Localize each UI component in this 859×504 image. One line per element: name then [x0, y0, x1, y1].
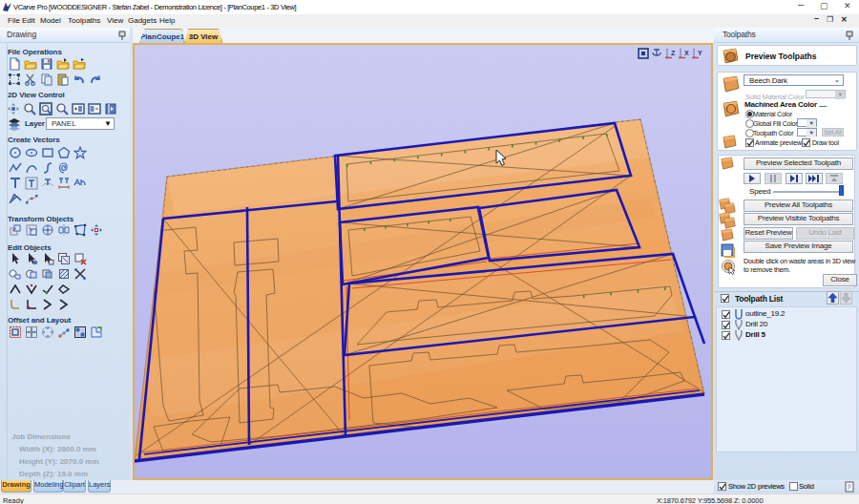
- svg-text:Y: Y: [698, 50, 702, 56]
- svg-text:X: X: [684, 50, 689, 56]
- svg-text:Z: Z: [671, 50, 676, 56]
